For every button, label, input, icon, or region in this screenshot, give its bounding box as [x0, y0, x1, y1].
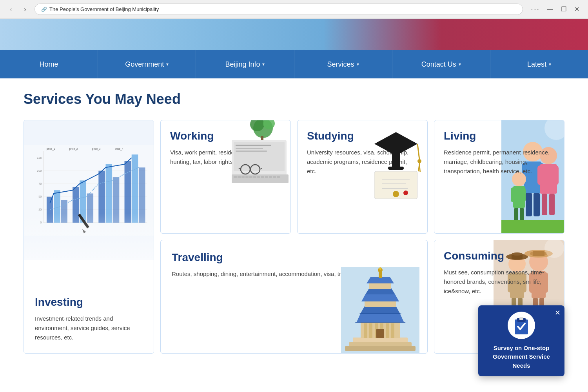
nav-item-government[interactable]: Government ▾ — [98, 50, 196, 78]
minimize-button[interactable]: — — [544, 5, 555, 14]
svg-line-66 — [417, 144, 419, 160]
card-investing-content: Investing Investment-related trends and … — [35, 296, 143, 342]
svg-rect-116 — [376, 329, 384, 338]
svg-rect-98 — [364, 323, 367, 338]
svg-rect-108 — [365, 301, 396, 307]
svg-point-62 — [393, 191, 399, 197]
nav-services-label: Services — [327, 60, 354, 69]
svg-marker-110 — [365, 288, 395, 294]
svg-rect-52 — [277, 176, 280, 178]
svg-rect-38 — [236, 148, 263, 149]
nav-home-label: Home — [40, 60, 58, 69]
svg-rect-78 — [534, 193, 540, 216]
forward-button[interactable]: › — [20, 5, 30, 14]
svg-marker-105 — [361, 306, 400, 313]
svg-marker-104 — [357, 313, 404, 322]
card-consuming-desc: Must see, consumption seasons, time-hono… — [444, 268, 555, 296]
card-consuming-title: Consuming — [444, 250, 555, 262]
browser-chrome: ‹ › 🔗 The People's Government of Beijing… — [0, 0, 588, 19]
address-bar[interactable]: 🔗 The People's Government of Beijing Mun… — [34, 4, 523, 15]
svg-rect-41 — [234, 176, 237, 178]
card-working[interactable]: Working Visa, work permit, residence per… — [160, 120, 291, 234]
svg-rect-64 — [392, 144, 400, 167]
svg-rect-84 — [549, 194, 555, 215]
maximize-button[interactable]: ❐ — [559, 5, 569, 14]
svg-point-115 — [379, 267, 381, 270]
nav-latest-label: Latest — [527, 60, 546, 69]
hero-banner — [0, 19, 588, 50]
card-living[interactable]: Living Residence permit, permanent resid… — [434, 120, 564, 234]
svg-rect-40 — [232, 174, 289, 183]
svg-rect-92 — [501, 220, 564, 234]
svg-rect-103 — [391, 323, 394, 338]
nav-contact-us-label: Contact Us — [421, 60, 456, 69]
card-living-desc: Residence permit, permanent residence, m… — [444, 148, 555, 176]
svg-rect-50 — [269, 176, 272, 178]
card-living-content: Living Residence permit, permanent resid… — [444, 130, 555, 176]
nav-beijing-info-label: Beijing Info — [225, 60, 260, 69]
svg-rect-88 — [521, 187, 526, 202]
svg-rect-45 — [249, 176, 252, 178]
card-investing-title: Investing — [35, 296, 143, 309]
svg-rect-42 — [238, 176, 241, 178]
nav-item-services[interactable]: Services ▾ — [294, 50, 392, 78]
svg-rect-65 — [388, 167, 404, 170]
survey-icon — [508, 312, 535, 339]
laptop-image — [224, 120, 291, 187]
svg-rect-77 — [526, 193, 532, 216]
svg-line-70 — [419, 163, 419, 172]
svg-rect-51 — [273, 176, 276, 178]
graduation-cap-image — [363, 124, 428, 195]
svg-marker-107 — [359, 313, 402, 314]
chevron-down-icon: ▾ — [459, 62, 461, 67]
nav-item-beijing-info[interactable]: Beijing Info ▾ — [196, 50, 294, 78]
card-investing-desc: Investment-related trends and environmen… — [35, 314, 143, 342]
temple-image — [341, 267, 419, 353]
card-consuming-content: Consuming Must see, consumption seasons,… — [444, 250, 555, 296]
svg-marker-109 — [361, 294, 399, 301]
svg-rect-44 — [245, 176, 249, 178]
svg-rect-49 — [265, 176, 268, 178]
svg-rect-47 — [257, 176, 260, 178]
svg-rect-111 — [369, 283, 391, 289]
survey-close-button[interactable]: ✕ — [555, 309, 561, 317]
chevron-down-icon: ▾ — [262, 62, 265, 67]
svg-rect-139 — [519, 317, 523, 320]
page-title: The People's Government of Beijing Munic… — [49, 6, 159, 12]
nav-bar: Home Government ▾ Beijing Info ▾ Service… — [0, 50, 588, 78]
survey-popup[interactable]: ✕ Survey on One-stop Government Service … — [478, 305, 564, 370]
svg-rect-37 — [236, 145, 271, 146]
browser-menu-button[interactable]: ··· — [531, 5, 540, 14]
chevron-down-icon: ▾ — [166, 62, 169, 67]
lock-icon: 🔗 — [41, 7, 47, 12]
card-studying[interactable]: Studying University resources, visa, sch… — [297, 120, 428, 234]
svg-rect-43 — [241, 176, 245, 178]
svg-rect-46 — [253, 176, 256, 178]
svg-rect-96 — [345, 346, 416, 351]
svg-marker-106 — [355, 322, 406, 323]
card-travelling[interactable]: Travelling Routes, shopping, dining, ent… — [160, 240, 428, 354]
chevron-down-icon: ▾ — [549, 62, 551, 67]
nav-government-label: Government — [125, 60, 164, 69]
svg-rect-39 — [236, 151, 267, 152]
card-investing[interactable]: 0 25 50 75 100 125 price_1 price_2 price… — [24, 120, 154, 354]
card-travelling-title: Travelling — [172, 251, 416, 264]
svg-rect-102 — [386, 323, 389, 338]
svg-rect-48 — [261, 176, 264, 178]
svg-rect-87 — [511, 187, 515, 202]
window-controls: — ❐ ✕ — [544, 5, 582, 14]
chevron-down-icon: ▾ — [357, 62, 359, 67]
survey-text: Survey on One-stop Government Service Ne… — [485, 344, 558, 370]
svg-point-71 — [403, 191, 408, 195]
section-title: Services You May Need — [24, 91, 564, 107]
nav-item-contact-us[interactable]: Contact Us ▾ — [392, 50, 490, 78]
svg-point-67 — [417, 159, 421, 163]
nav-item-home[interactable]: Home — [0, 50, 98, 78]
back-button[interactable]: ‹ — [6, 5, 16, 14]
card-living-title: Living — [444, 130, 555, 142]
nav-item-latest[interactable]: Latest ▾ — [490, 50, 588, 78]
close-button[interactable]: ✕ — [572, 5, 582, 14]
svg-marker-112 — [367, 277, 394, 283]
svg-rect-99 — [369, 323, 372, 338]
svg-rect-83 — [542, 194, 547, 215]
